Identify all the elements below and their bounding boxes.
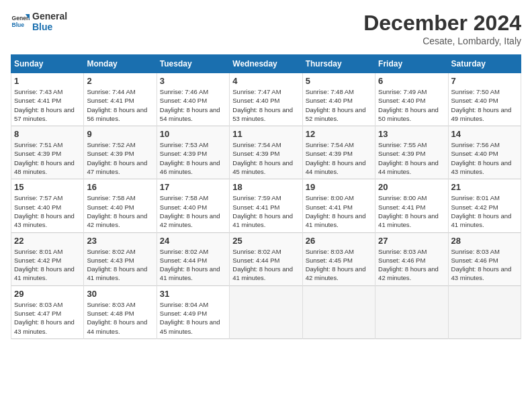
calendar-day-cell (230, 285, 302, 338)
day-number: 26 (306, 236, 372, 246)
day-info: Sunrise: 8:03 AMSunset: 4:47 PMDaylight:… (14, 300, 81, 336)
calendar-day-cell: 13 Sunrise: 7:55 AMSunset: 4:39 PMDaylig… (375, 126, 448, 179)
day-number: 23 (87, 236, 153, 246)
logo-icon: General Blue (11, 12, 30, 31)
day-info: Sunrise: 7:49 AMSunset: 4:40 PMDaylight:… (378, 87, 445, 123)
day-number: 2 (87, 76, 153, 86)
weekday-header-saturday: Saturday (448, 55, 521, 73)
day-number: 10 (160, 129, 226, 139)
page-header: General Blue General Blue December 2024 … (11, 11, 521, 46)
calendar-day-cell: 30 Sunrise: 8:03 AMSunset: 4:48 PMDaylig… (84, 285, 157, 338)
calendar-day-cell: 6 Sunrise: 7:49 AMSunset: 4:40 PMDayligh… (375, 73, 448, 126)
day-info: Sunrise: 8:03 AMSunset: 4:46 PMDaylight:… (451, 247, 518, 283)
calendar-table: SundayMondayTuesdayWednesdayThursdayFrid… (11, 54, 521, 339)
day-number: 19 (306, 182, 372, 192)
day-number: 20 (378, 182, 445, 192)
calendar-week-row: 1 Sunrise: 7:43 AMSunset: 4:41 PMDayligh… (11, 73, 521, 126)
day-info: Sunrise: 7:43 AMSunset: 4:41 PMDaylight:… (14, 87, 81, 123)
day-info: Sunrise: 8:03 AMSunset: 4:48 PMDaylight:… (87, 300, 153, 336)
day-info: Sunrise: 7:44 AMSunset: 4:41 PMDaylight:… (87, 87, 153, 123)
day-info: Sunrise: 7:51 AMSunset: 4:39 PMDaylight:… (14, 140, 81, 176)
day-info: Sunrise: 7:56 AMSunset: 4:40 PMDaylight:… (451, 140, 518, 176)
logo: General Blue General Blue (11, 11, 67, 32)
calendar-day-cell: 23 Sunrise: 8:02 AMSunset: 4:43 PMDaylig… (84, 232, 157, 285)
calendar-day-cell (302, 285, 375, 338)
day-number: 15 (14, 182, 81, 192)
day-info: Sunrise: 7:52 AMSunset: 4:39 PMDaylight:… (87, 140, 153, 176)
day-info: Sunrise: 7:47 AMSunset: 4:40 PMDaylight:… (232, 87, 299, 123)
calendar-day-cell: 18 Sunrise: 7:59 AMSunset: 4:41 PMDaylig… (230, 179, 302, 232)
title-block: December 2024 Cesate, Lombardy, Italy (363, 11, 521, 46)
day-number: 4 (232, 76, 299, 86)
calendar-week-row: 22 Sunrise: 8:01 AMSunset: 4:42 PMDaylig… (11, 232, 521, 285)
calendar-day-cell: 12 Sunrise: 7:54 AMSunset: 4:39 PMDaylig… (302, 126, 375, 179)
weekday-header-friday: Friday (375, 55, 448, 73)
day-info: Sunrise: 8:02 AMSunset: 4:44 PMDaylight:… (232, 247, 299, 283)
calendar-day-cell: 21 Sunrise: 8:01 AMSunset: 4:42 PMDaylig… (448, 179, 521, 232)
location-title: Cesate, Lombardy, Italy (363, 36, 521, 46)
calendar-day-cell: 19 Sunrise: 8:00 AMSunset: 4:41 PMDaylig… (302, 179, 375, 232)
day-number: 11 (232, 129, 299, 139)
calendar-day-cell: 9 Sunrise: 7:52 AMSunset: 4:39 PMDayligh… (84, 126, 157, 179)
calendar-day-cell: 14 Sunrise: 7:56 AMSunset: 4:40 PMDaylig… (448, 126, 521, 179)
svg-text:General: General (12, 15, 30, 21)
weekday-header-thursday: Thursday (302, 55, 375, 73)
calendar-day-cell: 25 Sunrise: 8:02 AMSunset: 4:44 PMDaylig… (230, 232, 302, 285)
month-title: December 2024 (363, 11, 521, 36)
svg-text:Blue: Blue (12, 21, 25, 28)
day-info: Sunrise: 7:46 AMSunset: 4:40 PMDaylight:… (160, 87, 226, 123)
day-number: 24 (160, 236, 226, 246)
day-number: 7 (451, 76, 518, 86)
day-number: 25 (232, 236, 299, 246)
calendar-day-cell: 31 Sunrise: 8:04 AMSunset: 4:49 PMDaylig… (157, 285, 229, 338)
day-info: Sunrise: 7:55 AMSunset: 4:39 PMDaylight:… (378, 140, 445, 176)
day-number: 1 (14, 76, 81, 86)
calendar-day-cell: 5 Sunrise: 7:48 AMSunset: 4:40 PMDayligh… (302, 73, 375, 126)
day-info: Sunrise: 7:54 AMSunset: 4:39 PMDaylight:… (306, 140, 372, 176)
day-info: Sunrise: 7:54 AMSunset: 4:39 PMDaylight:… (232, 140, 299, 176)
calendar-day-cell: 7 Sunrise: 7:50 AMSunset: 4:40 PMDayligh… (448, 73, 521, 126)
calendar-week-row: 8 Sunrise: 7:51 AMSunset: 4:39 PMDayligh… (11, 126, 521, 179)
day-info: Sunrise: 8:00 AMSunset: 4:41 PMDaylight:… (306, 193, 372, 229)
day-info: Sunrise: 8:02 AMSunset: 4:44 PMDaylight:… (160, 247, 226, 283)
day-number: 18 (232, 182, 299, 192)
day-number: 14 (451, 129, 518, 139)
calendar-day-cell: 28 Sunrise: 8:03 AMSunset: 4:46 PMDaylig… (448, 232, 521, 285)
day-number: 8 (14, 129, 81, 139)
day-number: 28 (451, 236, 518, 246)
day-info: Sunrise: 8:02 AMSunset: 4:43 PMDaylight:… (87, 247, 153, 283)
day-info: Sunrise: 7:53 AMSunset: 4:39 PMDaylight:… (160, 140, 226, 176)
day-info: Sunrise: 7:57 AMSunset: 4:40 PMDaylight:… (14, 193, 81, 229)
day-info: Sunrise: 7:48 AMSunset: 4:40 PMDaylight:… (306, 87, 372, 123)
calendar-day-cell: 20 Sunrise: 8:00 AMSunset: 4:41 PMDaylig… (375, 179, 448, 232)
calendar-day-cell: 22 Sunrise: 8:01 AMSunset: 4:42 PMDaylig… (11, 232, 84, 285)
day-number: 12 (306, 129, 372, 139)
calendar-day-cell: 4 Sunrise: 7:47 AMSunset: 4:40 PMDayligh… (230, 73, 302, 126)
day-info: Sunrise: 8:03 AMSunset: 4:45 PMDaylight:… (306, 247, 372, 283)
day-number: 30 (87, 289, 153, 299)
day-number: 13 (378, 129, 445, 139)
day-info: Sunrise: 8:03 AMSunset: 4:46 PMDaylight:… (378, 247, 445, 283)
calendar-day-cell: 2 Sunrise: 7:44 AMSunset: 4:41 PMDayligh… (84, 73, 157, 126)
calendar-day-cell: 29 Sunrise: 8:03 AMSunset: 4:47 PMDaylig… (11, 285, 84, 338)
calendar-day-cell: 11 Sunrise: 7:54 AMSunset: 4:39 PMDaylig… (230, 126, 302, 179)
calendar-day-cell: 15 Sunrise: 7:57 AMSunset: 4:40 PMDaylig… (11, 179, 84, 232)
calendar-day-cell: 26 Sunrise: 8:03 AMSunset: 4:45 PMDaylig… (302, 232, 375, 285)
calendar-day-cell: 1 Sunrise: 7:43 AMSunset: 4:41 PMDayligh… (11, 73, 84, 126)
day-number: 3 (160, 76, 226, 86)
day-number: 16 (87, 182, 153, 192)
logo-text-blue: Blue (32, 21, 67, 32)
day-number: 31 (160, 289, 226, 299)
day-info: Sunrise: 7:58 AMSunset: 4:40 PMDaylight:… (87, 193, 153, 229)
calendar-day-cell: 16 Sunrise: 7:58 AMSunset: 4:40 PMDaylig… (84, 179, 157, 232)
weekday-header-tuesday: Tuesday (157, 55, 229, 73)
calendar-day-cell: 27 Sunrise: 8:03 AMSunset: 4:46 PMDaylig… (375, 232, 448, 285)
day-number: 6 (378, 76, 445, 86)
day-info: Sunrise: 7:50 AMSunset: 4:40 PMDaylight:… (451, 87, 518, 123)
calendar-day-cell (375, 285, 448, 338)
day-info: Sunrise: 8:00 AMSunset: 4:41 PMDaylight:… (378, 193, 445, 229)
day-number: 5 (306, 76, 372, 86)
calendar-week-row: 15 Sunrise: 7:57 AMSunset: 4:40 PMDaylig… (11, 179, 521, 232)
calendar-day-cell: 17 Sunrise: 7:58 AMSunset: 4:40 PMDaylig… (157, 179, 229, 232)
day-number: 27 (378, 236, 445, 246)
